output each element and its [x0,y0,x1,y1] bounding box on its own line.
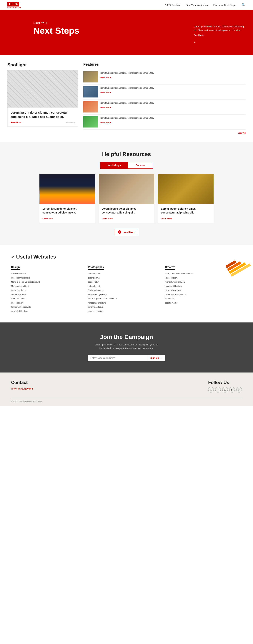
feature-read-more-4[interactable]: Read More [100,122,111,124]
list-item[interactable]: dolor sit amet [88,276,165,280]
card-image-2 [99,174,154,204]
list-item[interactable]: fermentum ex gravida [11,305,88,309]
feature-text-2: Nam faucibus magna magna, sed tempor ero… [100,86,154,90]
tab-workshops[interactable]: Workshops [100,162,128,168]
feature-item: Nam faucibus magna magna, sed tempor ero… [83,114,246,130]
card-title-3: Lorem ipsum dolor sit amet, consectetur … [161,207,211,214]
hero-see-more[interactable]: See More [194,34,246,36]
list-item[interactable]: Morbi id ipsum vel erat tincidunt [11,280,88,284]
contact-email[interactable]: info@findyour100.com [11,388,33,390]
list-item[interactable]: Fusce id nibh [11,301,88,305]
card-learn-more-2[interactable]: Learn More [102,218,113,220]
youtube-icon[interactable]: ▶ [229,387,235,392]
list-item[interactable]: laoreet euismod [88,309,165,314]
list-item[interactable]: tortor vitae lacus [88,305,165,309]
external-link-icon: ⇗ [11,255,14,259]
photography-col-heading: Photography [88,266,104,270]
list-item[interactable]: liquet mi a [165,296,242,301]
view-all-link[interactable]: View All [238,132,246,134]
feature-read-more-2[interactable]: Read More [100,91,111,94]
list-item[interactable]: Nulla sed auctor [88,288,165,292]
list-item[interactable]: Fusce id nibh [165,276,242,280]
list-item[interactable]: Maecenas tincidunt [11,284,88,288]
copyright-text: © 2018 Otis College of Art and Design [11,400,42,402]
facebook-icon[interactable]: f [215,387,221,392]
twitter-icon[interactable]: 𝕏 [208,387,214,392]
feature-text-3: Nam faucibus magna magna, sed tempor ero… [100,101,154,104]
useful-websites-header: ⇗ Useful Websites [11,254,242,260]
spotlight-image [7,70,78,108]
card-title-1: Lorem ipsum dolor sit amet, consectetur … [42,207,92,214]
campaign-heading: Join the Campaign [7,334,246,340]
signup-button[interactable]: Sign-Up → [147,355,165,361]
features-heading: Features [83,62,246,66]
feature-content-3: Nam faucibus magna magna, sed tempor ero… [100,101,154,112]
useful-websites-section: ⇗ Useful Websites Design Nulla sed aucto… [0,245,253,322]
campaign-description: Lorem ipsum dolor sit amet, consectetur … [91,343,162,350]
hero-down-arrow: ↓ [194,40,246,44]
list-item[interactable]: molestie id in dolor [11,309,88,314]
list-item[interactable]: Nulla sed auctor [11,272,88,276]
card-learn-more-1[interactable]: Learn More [42,218,53,220]
list-item[interactable]: Nam pretium leo [11,296,88,301]
card-body-3: Lorem ipsum dolor sit amet, consectetur … [158,204,214,223]
card-title-2: Lorem ipsum dolor sit amet, consectetur … [102,207,151,214]
list-item[interactable]: Morbi id ipsum vel erat tincidunt [88,296,165,301]
social-icons: 𝕏 f ◻ ▶ g+ [208,387,242,392]
feature-image-2 [83,86,98,98]
spotlight-text: Lorem ipsum dolor sit amet, consectetur … [10,111,75,119]
load-more-label: Load More [123,231,135,234]
design-col-heading: Design [11,266,20,270]
nav-next-steps[interactable]: Find Your Next Steps [213,4,236,6]
websites-col-photography: Photography Lorem ipsum dolor sit amet c… [88,266,165,313]
list-item[interactable]: laoreet euismod [11,292,88,297]
list-item[interactable]: Donec vel risus tempor [165,292,242,297]
feature-content-2: Nam faucibus magna magna, sed tempor ero… [100,86,154,98]
list-item[interactable]: Ut nec dolor tortor [165,288,242,292]
feature-image-1 [83,71,98,82]
search-button[interactable]: 🔍 [242,3,246,7]
join-campaign-section: Join the Campaign Lorem ipsum dolor sit … [0,322,253,372]
feature-image-4 [83,116,98,128]
logo: 100% FIND YOUR 100 [7,2,21,8]
list-item[interactable]: molestie id in dolor [165,284,242,288]
plus-circle-icon: + [118,230,121,234]
list-item[interactable]: fermentum ex gravida [165,280,242,284]
card-learn-more-3[interactable]: Learn More [161,218,172,220]
list-item[interactable]: Fusce id fringilla felis [88,292,165,297]
design-links: Nulla sed auctor Fusce id fringilla feli… [11,272,88,313]
features-block: Features Nam faucibus magna magna, sed t… [83,62,246,134]
load-more-button[interactable]: + Load More [114,229,139,235]
list-item[interactable]: tortor vitae lacus [11,288,88,292]
spotlight-caption: Lorem ipsum dolor sit amet, consectetur … [7,108,78,126]
signup-label: Sign-Up [150,357,159,359]
spotlight-read-more[interactable]: Read More [10,121,21,124]
resources-heading: Helpful Resources [7,151,246,157]
instagram-icon[interactable]: ◻ [222,387,228,392]
spotlight-heading: Spotlight [7,62,78,68]
hero-title: Next Steps [33,26,79,36]
google-plus-icon[interactable]: g+ [236,387,242,392]
footer-contact: Contact info@findyour100.com [11,380,33,392]
hero-title-block: Find Your Next Steps [33,21,79,36]
hero-section: Find Your Next Steps Lorem ipsum dolor s… [0,10,253,55]
feature-read-more-1[interactable]: Read More [100,76,111,78]
list-item[interactable]: sagittis metus [165,301,242,305]
feature-read-more-3[interactable]: Read More [100,106,111,108]
main-nav: 100% Festival Find Your Inspiration Find… [165,3,246,7]
list-item[interactable]: consectetur [88,280,165,284]
email-input[interactable] [88,355,147,361]
helpful-resources-section: Helpful Resources Workshops Courses Lore… [0,142,253,245]
nav-inspiration[interactable]: Find Your Inspiration [186,4,208,6]
useful-websites-heading: Useful Websites [16,254,56,260]
list-item[interactable]: Lorem ipsum [88,272,165,276]
nav-festival[interactable]: 100% Festival [165,4,180,6]
spotlight-block: Spotlight Lorem ipsum dolor sit amet, co… [7,62,78,134]
websites-columns: Design Nulla sed auctor Fusce id fringil… [11,266,242,313]
tab-courses[interactable]: Courses [128,162,153,168]
list-item[interactable]: Fusce id fringilla felis [11,276,88,280]
logo-top: 100% [7,2,19,6]
feature-item: Nam faucibus magna magna, sed tempor ero… [83,70,246,84]
list-item[interactable]: adipiscing elit [88,284,165,288]
list-item[interactable]: Maecenas tincidunt [88,301,165,305]
